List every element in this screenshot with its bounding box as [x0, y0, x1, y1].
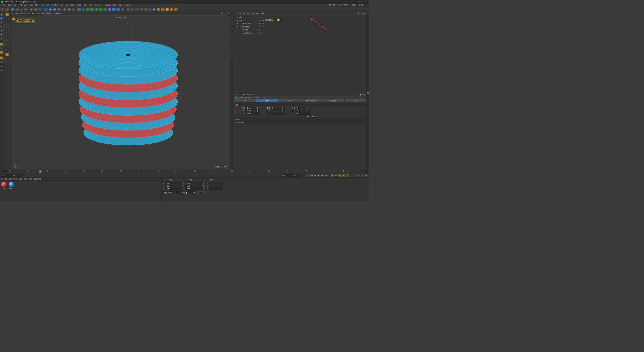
- step-fwd[interactable]: ▶▶: [321, 174, 324, 177]
- vp-3[interactable]: ≡: [0, 64, 3, 68]
- enable-check[interactable]: ✔: [262, 26, 264, 27]
- input-S.X[interactable]: [272, 107, 282, 109]
- input-S.Z[interactable]: [272, 112, 282, 114]
- menu-动画[interactable]: 动画: [65, 4, 70, 6]
- matmenu-创建[interactable]: 创建: [4, 178, 8, 180]
- object-name[interactable]: xpEmitter: [242, 29, 249, 31]
- attrmenu-用户数据[interactable]: 用户数据: [247, 93, 253, 96]
- misc-5[interactable]: ⊟: [144, 8, 147, 11]
- render-settings[interactable]: ⚙: [71, 8, 75, 11]
- collapse-quaternion[interactable]: 四元: [235, 118, 365, 121]
- frame-cur[interactable]: 0 F: [12, 174, 22, 177]
- input-R.H[interactable]: [297, 107, 307, 109]
- mograph-gen[interactable]: ⫴: [99, 8, 103, 11]
- matmenu-纹理[interactable]: 纹理: [29, 178, 32, 180]
- rot-B[interactable]: [206, 188, 222, 190]
- visibility-dots[interactable]: [258, 23, 262, 24]
- menu-INSYDIUM[interactable]: INSYDIUM: [94, 4, 104, 6]
- menu-渲染[interactable]: 渲染: [83, 4, 88, 6]
- fwd-icon[interactable]: →: [356, 94, 358, 95]
- input-R.P[interactable]: [297, 110, 307, 112]
- attrmenu-编辑[interactable]: 编辑: [243, 93, 246, 96]
- objmenu-标签[interactable]: 标签: [256, 12, 260, 15]
- undo-button[interactable]: ↶: [1, 8, 5, 11]
- key-rot[interactable]: ⟲: [346, 174, 349, 177]
- material-Mat.1[interactable]: Mat.1: [9, 182, 14, 201]
- place-tool[interactable]: ✛: [38, 8, 42, 11]
- viewport-solo[interactable]: ◉: [0, 56, 3, 60]
- key-pla[interactable]: ⊡: [353, 174, 356, 177]
- light-obj[interactable]: ☀: [120, 8, 124, 11]
- attr-tab-Groups Affected[interactable]: Groups Affected: [300, 99, 323, 102]
- frame-maxR[interactable]: 90 F: [292, 174, 302, 177]
- menu-网格[interactable]: 网格: [34, 4, 39, 6]
- key-opt3[interactable]: ▤: [365, 174, 368, 177]
- back-icon[interactable]: ←: [354, 94, 355, 95]
- pos-X[interactable]: [166, 182, 182, 184]
- poly-mode[interactable]: ▰: [0, 33, 3, 36]
- menu-角色[interactable]: 角色: [59, 4, 65, 6]
- y-axis-toggle[interactable]: Y: [49, 8, 52, 11]
- rot-H[interactable]: [206, 182, 222, 184]
- lock-icon[interactable]: [235, 107, 237, 109]
- scale-tool[interactable]: ⤢: [20, 8, 23, 11]
- frame-min[interactable]: 0 F: [2, 174, 12, 177]
- object-name[interactable]: 克隆.1: [239, 19, 244, 22]
- snap-2[interactable]: S: [0, 51, 3, 54]
- input-P.Z[interactable]: [247, 112, 257, 114]
- model-mode[interactable]: ▲: [0, 13, 3, 16]
- key-opt1[interactable]: ▦: [357, 174, 360, 177]
- input-R.B[interactable]: [297, 112, 307, 114]
- viewtab-Redshift[interactable]: Redshift: [46, 13, 52, 14]
- menu-选择[interactable]: 选择: [23, 4, 29, 6]
- objmenu-查看[interactable]: 查看: [247, 12, 250, 15]
- point-mode[interactable]: ⋮: [0, 25, 3, 28]
- recent-tool[interactable]: ▦: [30, 8, 33, 11]
- xp-button-2[interactable]: ⊛: [161, 8, 165, 11]
- record-key[interactable]: ●: [331, 174, 334, 177]
- goto-start[interactable]: ⏮: [306, 174, 309, 177]
- material-list[interactable]: MatMat.1: [0, 181, 161, 202]
- maximize-button[interactable]: ▢: [356, 0, 363, 3]
- menu-文件[interactable]: 文件: [1, 4, 7, 6]
- xp-button-5[interactable]: ✧: [174, 8, 178, 11]
- collapse-freeze[interactable]: 冻结变换: [235, 121, 365, 124]
- edit-tools[interactable]: ◉: [5, 53, 9, 56]
- hamburger-icon[interactable]: ☰: [12, 13, 14, 14]
- uv-mode[interactable]: Ｌ: [0, 37, 3, 40]
- viewtab-选项[interactable]: 选项: [32, 12, 35, 15]
- menu-模拟[interactable]: 模拟: [70, 4, 76, 6]
- attr-tab-Mapping[interactable]: Mapping: [322, 99, 344, 102]
- menu-帮助[interactable]: 帮助: [117, 4, 123, 6]
- apply-button[interactable]: 应用: [196, 191, 206, 194]
- dock-icon[interactable]: ▣: [364, 94, 366, 95]
- vp-nav-3[interactable]: ⟲: [226, 13, 227, 14]
- range-start[interactable]: 0: [2, 170, 8, 173]
- edge-mode[interactable]: ▬: [0, 29, 3, 32]
- misc-3[interactable]: ☰: [135, 8, 139, 11]
- texture-mode[interactable]: ▦: [0, 21, 3, 24]
- enable-check[interactable]: ✔: [262, 23, 264, 24]
- viewtab-面板[interactable]: 面板: [42, 12, 45, 15]
- goto-end[interactable]: ⏭: [325, 174, 328, 177]
- lock-icon[interactable]: 🔒: [360, 94, 362, 95]
- camera-obj[interactable]: ▭: [116, 8, 120, 11]
- vp-4[interactable]: ⊡: [0, 68, 3, 72]
- matmenu-选择[interactable]: 选择: [19, 178, 22, 180]
- deformer[interactable]: ║: [108, 8, 111, 11]
- menu-体积[interactable]: 体积: [45, 4, 51, 6]
- hamburger-icon[interactable]: ☰: [235, 94, 236, 95]
- object-row[interactable]: ▾ ▫ 备份: [234, 16, 367, 19]
- hamburger-icon[interactable]: ☰: [235, 12, 236, 14]
- coord-mode1[interactable]: 对象 (相对): [163, 191, 179, 194]
- render-region[interactable]: ▣: [67, 8, 71, 11]
- x-axis-toggle[interactable]: X: [44, 8, 48, 11]
- objmenu-编辑[interactable]: 编辑: [243, 12, 246, 15]
- enable-check[interactable]: ✔: [262, 29, 264, 31]
- minimize-button[interactable]: —: [350, 0, 356, 3]
- play-fwd[interactable]: ▶: [317, 174, 320, 177]
- auto-key[interactable]: ◐: [335, 174, 338, 177]
- menu-样条[interactable]: 样条: [39, 4, 45, 6]
- extrude-gen[interactable]: ▥: [90, 8, 94, 11]
- xp-button-1[interactable]: ✕: [156, 8, 160, 11]
